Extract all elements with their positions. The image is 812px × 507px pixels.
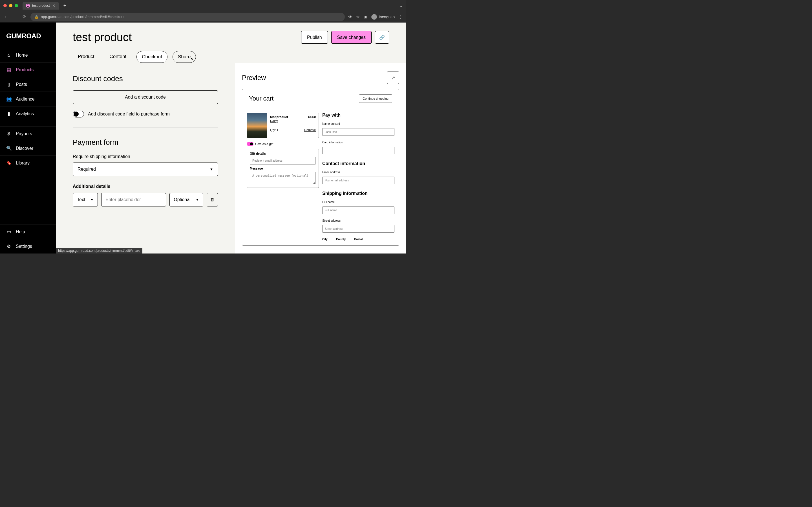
gift-toggle-label: Give as a gift — [255, 142, 273, 146]
chart-icon: ▮ — [6, 111, 11, 116]
sidebar-item-analytics[interactable]: ▮ Analytics — [0, 106, 56, 121]
sidebar-item-label: Products — [16, 67, 34, 72]
book-icon: ▭ — [6, 229, 11, 234]
open-preview-button[interactable]: ↗ — [387, 71, 399, 84]
fullname-input[interactable] — [322, 207, 395, 214]
sidebar-item-label: Analytics — [16, 111, 34, 116]
additional-details-label: Additional details — [73, 184, 218, 189]
detail-placeholder-input[interactable] — [101, 193, 166, 207]
sidebar: GUMROAD ⌂ Home ▤ Products ▯ Posts 👥 Audi… — [0, 22, 56, 253]
delete-detail-button[interactable]: 🗑 — [207, 193, 218, 207]
seller-link[interactable]: Daisy — [270, 119, 316, 122]
sidebar-item-library[interactable]: 🔖 Library — [0, 156, 56, 170]
close-window-icon[interactable] — [3, 4, 7, 7]
sidebar-item-posts[interactable]: ▯ Posts — [0, 77, 56, 92]
trash-icon: 🗑 — [210, 197, 214, 202]
reload-button[interactable]: ⟳ — [21, 14, 27, 19]
toggle-knob-icon — [73, 112, 79, 117]
shipping-value: Required — [78, 167, 96, 172]
email-input[interactable] — [322, 177, 395, 184]
page-header: test product Publish Save changes 🔗 Prod… — [56, 22, 406, 63]
maximize-window-icon[interactable] — [15, 4, 18, 7]
county-label: County — [336, 238, 346, 241]
street-input[interactable] — [322, 225, 395, 233]
archive-icon: ▤ — [6, 67, 11, 72]
window-controls — [3, 4, 18, 7]
external-link-icon: ↗ — [391, 75, 395, 80]
discount-toggle-label: Add discount code field to purchase form — [88, 112, 170, 117]
product-price: US$0 — [308, 115, 316, 119]
detail-required-select[interactable]: Optional ▼ — [169, 193, 203, 207]
card-info-input[interactable] — [322, 147, 395, 154]
shipping-select[interactable]: Required ▼ — [73, 163, 218, 176]
panel-icon[interactable]: ▣ — [364, 15, 367, 19]
save-changes-button[interactable]: Save changes — [331, 31, 371, 44]
tab-content[interactable]: Content — [105, 51, 132, 63]
bookmark-icon[interactable]: ☆ — [356, 15, 360, 19]
forward-button[interactable]: → — [12, 14, 18, 19]
tab-product[interactable]: Product — [73, 51, 100, 63]
sidebar-item-audience[interactable]: 👥 Audience — [0, 92, 56, 106]
city-label: City — [322, 238, 327, 241]
add-discount-code-button[interactable]: Add a discount code — [73, 91, 218, 104]
product-tabs: Product Content Checkout Share ↖ — [73, 51, 389, 63]
url-text: app.gumroad.com/products/mmmmd/edit#chec… — [41, 15, 124, 19]
postal-label: Postal — [354, 238, 363, 241]
shipping-label: Require shipping information — [73, 154, 218, 159]
tab-share[interactable]: Share ↖ — [172, 51, 196, 63]
minimize-window-icon[interactable] — [9, 4, 12, 7]
sidebar-item-home[interactable]: ⌂ Home — [0, 48, 56, 62]
sidebar-item-discover[interactable]: 🔍 Discover — [0, 141, 56, 156]
gift-toggle[interactable] — [247, 142, 253, 146]
new-tab-button[interactable]: + — [61, 3, 69, 9]
shipping-info-label: Shipping information — [322, 191, 395, 196]
gift-message-label: Message — [250, 167, 316, 170]
publish-button[interactable]: Publish — [301, 31, 327, 44]
contact-info-label: Contact information — [322, 161, 395, 166]
sidebar-item-help[interactable]: ▭ Help — [0, 224, 56, 239]
tab-overflow-icon[interactable]: ⌄ — [399, 3, 403, 8]
lock-icon: 🔒 — [35, 15, 39, 19]
product-thumbnail — [247, 113, 267, 138]
sidebar-item-label: Payouts — [16, 131, 32, 136]
close-tab-icon[interactable]: ✕ — [52, 3, 56, 8]
incognito-label: Incognito — [378, 15, 395, 19]
preview-pane: Preview ↗ Your cart Continue shopping — [235, 63, 406, 253]
back-button[interactable]: ← — [3, 14, 9, 19]
brand-logo: GUMROAD — [0, 28, 56, 48]
card-info-label: Card information — [322, 141, 395, 144]
cart-product-card: test product US$0 Daisy Qty: 1 Remove — [247, 113, 319, 138]
main-content: test product Publish Save changes 🔗 Prod… — [56, 22, 406, 253]
chevron-down-icon: ▼ — [210, 167, 213, 171]
copy-link-button[interactable]: 🔗 — [375, 31, 389, 44]
pay-with-label: Pay with — [322, 113, 395, 118]
detail-type-value: Text — [77, 197, 85, 202]
detail-type-select[interactable]: Text ▼ — [73, 193, 98, 207]
recipient-email-input[interactable] — [250, 157, 316, 165]
discount-field-toggle[interactable] — [73, 111, 84, 117]
fullname-label: Full name — [322, 201, 395, 204]
browser-tab[interactable]: G test product ✕ — [22, 2, 59, 10]
sidebar-item-label: Library — [16, 161, 30, 166]
tab-checkout[interactable]: Checkout — [137, 51, 167, 63]
qty-label: Qty: 1 — [270, 128, 278, 131]
file-icon: ▯ — [6, 82, 11, 87]
profile-button[interactable]: Incognito — [371, 14, 395, 20]
incognito-icon — [371, 14, 377, 20]
eye-off-icon[interactable]: 👁 — [348, 15, 352, 19]
sidebar-item-settings[interactable]: ⚙ Settings — [0, 239, 56, 253]
remove-link[interactable]: Remove — [304, 128, 316, 131]
search-icon: 🔍 — [6, 146, 11, 151]
email-label: Email address — [322, 171, 395, 174]
bookmark-solid-icon: 🔖 — [6, 160, 11, 166]
sidebar-item-label: Settings — [16, 244, 32, 249]
sidebar-item-products[interactable]: ▤ Products — [0, 62, 56, 77]
sidebar-item-payouts[interactable]: $ Payouts — [0, 126, 56, 141]
menu-icon[interactable]: ⋮ — [399, 15, 403, 19]
gift-message-input[interactable] — [250, 172, 316, 184]
name-on-card-label: Name on card — [322, 122, 395, 125]
continue-shopping-button[interactable]: Continue shopping — [359, 94, 392, 103]
name-on-card-input — [322, 128, 395, 136]
chevron-down-icon: ▼ — [196, 198, 199, 202]
address-bar[interactable]: 🔒 app.gumroad.com/products/mmmmd/edit#ch… — [31, 13, 345, 21]
